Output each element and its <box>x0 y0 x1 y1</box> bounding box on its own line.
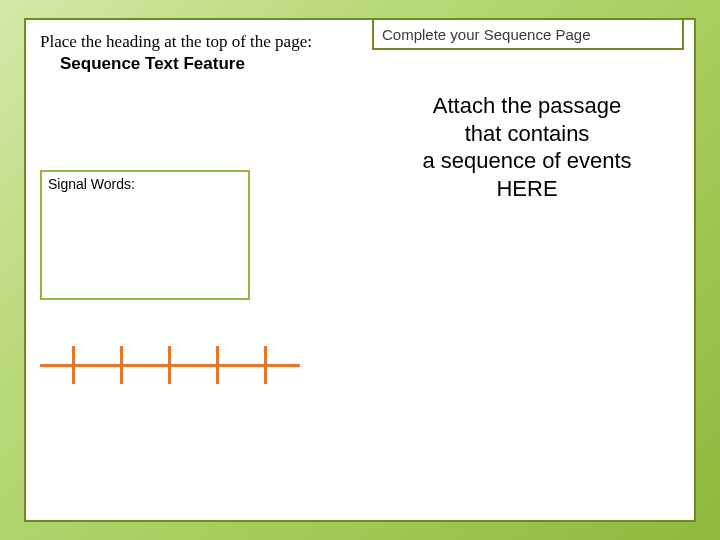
attach-line: Attach the passage <box>360 92 694 120</box>
slide-frame: Place the heading at the top of the page… <box>24 18 696 522</box>
timeline-tick <box>216 346 219 384</box>
timeline-tick <box>264 346 267 384</box>
timeline-icon <box>40 340 300 390</box>
title-bar-text: Complete your Sequence Page <box>382 26 590 43</box>
timeline-tick <box>72 346 75 384</box>
attach-line: HERE <box>360 175 694 203</box>
timeline-tick <box>120 346 123 384</box>
signal-words-label: Signal Words: <box>48 176 242 192</box>
heading-instruction: Place the heading at the top of the page… <box>40 32 346 52</box>
attach-line: that contains <box>360 120 694 148</box>
title-bar: Complete your Sequence Page <box>372 18 684 50</box>
timeline-tick <box>168 346 171 384</box>
right-page: Complete your Sequence Page Attach the p… <box>360 20 694 520</box>
attach-instruction: Attach the passage that contains a seque… <box>360 92 694 202</box>
heading-text: Sequence Text Feature <box>40 54 346 74</box>
attach-line: a sequence of events <box>360 147 694 175</box>
left-page: Place the heading at the top of the page… <box>26 20 360 520</box>
signal-words-box: Signal Words: <box>40 170 250 300</box>
